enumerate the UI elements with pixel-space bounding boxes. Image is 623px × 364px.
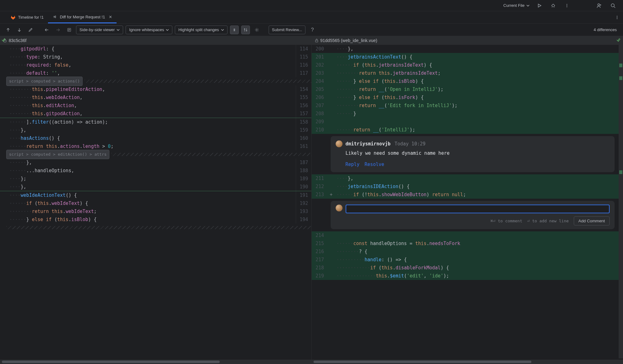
code-line[interactable]: 209 <box>312 118 619 126</box>
code-line[interactable]: 211····}, <box>312 174 619 182</box>
submit-review-label: Submit Review... <box>272 27 302 32</box>
fold-row[interactable]: script > computed > actions() <box>0 77 311 85</box>
code-line[interactable]: ······...handleOptions,188 <box>0 167 311 175</box>
nav-back-button[interactable] <box>42 26 51 34</box>
more-menu[interactable] <box>563 2 571 9</box>
code-line[interactable]: 200····}, <box>312 45 619 53</box>
code-text: ········this.editAction, <box>8 102 296 110</box>
code-text: ······].filter((action) => action); <box>8 118 296 126</box>
run-button[interactable] <box>536 2 543 9</box>
code-line[interactable]: ········return this.webIdeText;193 <box>0 207 311 215</box>
tab-overflow-menu[interactable] <box>615 15 619 20</box>
code-line[interactable]: ······type: String,115 <box>0 53 311 61</box>
tab-diff[interactable]: Diff for Merge Request !1 ✕ <box>48 11 117 23</box>
code-line[interactable]: ····webIdeActionText() {191 <box>0 191 311 199</box>
code-line[interactable]: 213+······if (!this.showWebIdeButton) re… <box>312 191 619 199</box>
code-line[interactable]: ········this.editAction,156 <box>0 102 311 110</box>
code-line[interactable]: ········this.webIdeAction,155 <box>0 93 311 102</box>
fold-row[interactable] <box>0 224 311 232</box>
code-text: ····}, <box>335 45 619 53</box>
code-line[interactable]: 215······const handleOptions = this.need… <box>312 239 619 248</box>
add-comment-gutter[interactable]: + <box>329 191 334 199</box>
code-line[interactable]: ········this.gitpodAction,157 <box>0 110 311 118</box>
code-text: ····hasActions() { <box>8 134 296 142</box>
collapse-unchanged-button[interactable] <box>230 26 239 34</box>
code-line[interactable]: 201····jetbrainsActionText() { <box>312 53 619 61</box>
code-line[interactable]: ······].filter((action) => action);158 <box>0 118 311 126</box>
add-comment-button[interactable]: Add Comment <box>574 216 610 225</box>
reply-button[interactable]: Reply <box>346 160 360 168</box>
svg-point-10 <box>256 29 257 31</box>
code-line[interactable]: 207········return __('Edit fork in Intel… <box>312 102 619 110</box>
code-line[interactable]: ····},190 <box>0 183 311 191</box>
code-line[interactable]: ········this.pipelineEditorAction,154 <box>0 85 311 93</box>
scrollbar-thumb[interactable] <box>314 361 532 363</box>
resolve-button[interactable]: Resolve <box>365 160 384 168</box>
code-line[interactable]: 205········return __('Open in IntelliJ')… <box>312 85 619 93</box>
help-button[interactable]: ? <box>308 26 317 34</box>
code-line[interactable]: ····},159 <box>0 126 311 134</box>
tab-timeline[interactable]: Timeline for !1 <box>6 11 48 23</box>
submit-review-button[interactable]: Submit Review... <box>269 26 306 34</box>
sync-scroll-button[interactable] <box>241 26 250 34</box>
close-icon[interactable]: ✕ <box>109 15 112 19</box>
fold-breadcrumb: script > computed > actions() <box>6 77 83 86</box>
code-line[interactable]: ······if (this.webIdeText) {192 <box>0 199 311 207</box>
h-scrollbar[interactable] <box>0 360 311 364</box>
code-text: ····jetbrainsActionText() { <box>335 53 619 61</box>
h-scrollbar[interactable] <box>312 360 623 364</box>
code-line[interactable]: ····};189 <box>0 175 311 183</box>
code-line[interactable]: ······},187 <box>0 158 311 167</box>
code-line[interactable]: 217··········handle: () => { <box>312 256 619 264</box>
code-line[interactable]: 210······return __('IntelliJ'); <box>312 126 619 134</box>
right-code-area[interactable]: 200····}, 201····jetbrainsActionText() {… <box>312 45 623 360</box>
code-line[interactable]: ······} else if (this.isBlob) {194 <box>0 215 311 224</box>
next-diff-button[interactable] <box>15 26 24 34</box>
code-line[interactable]: ······default: '',117 <box>0 69 311 77</box>
changes-list-button[interactable] <box>65 26 74 34</box>
code-line[interactable]: 206······} else if (this.isFork) { <box>312 93 619 102</box>
code-line[interactable]: ····hasActions() {160 <box>0 134 311 142</box>
viewer-mode-dropdown[interactable]: Side-by-side viewer <box>76 26 123 34</box>
search-button[interactable] <box>609 2 617 9</box>
code-text: ····}, <box>8 126 296 134</box>
prev-diff-button[interactable] <box>4 26 12 34</box>
line-number: 191 <box>296 191 311 199</box>
line-number: 202 <box>312 61 327 69</box>
left-code-area[interactable]: ····gitpodUrl: {114 ······type: String,1… <box>0 45 311 360</box>
diff-settings-button[interactable] <box>252 26 261 34</box>
line-number: 157 <box>296 110 311 118</box>
nav-forward-button[interactable] <box>54 26 62 34</box>
code-line[interactable]: ····gitpodUrl: {114 <box>0 45 311 53</box>
highlight-label: Highlight split changes <box>178 27 219 32</box>
fold-row[interactable]: script > computed > editAction() > attrs <box>0 150 311 158</box>
code-line[interactable]: 219··············this.$emit('edit', 'ide… <box>312 272 619 280</box>
code-line[interactable]: 214 <box>312 231 619 239</box>
code-line[interactable]: 218············if (this.disableForkModal… <box>312 264 619 272</box>
code-text: ········this.webIdeAction, <box>8 93 296 102</box>
debug-button[interactable] <box>549 2 557 9</box>
whitespace-dropdown[interactable]: Ignore whitespaces <box>126 26 172 34</box>
line-number: 194 <box>296 215 311 224</box>
code-line[interactable]: 204······} else if (this.isBlob) { <box>312 77 619 85</box>
code-line[interactable]: 216········? { <box>312 248 619 256</box>
arrow-right-icon <box>56 28 60 32</box>
highlight-dropdown[interactable]: Highlight split changes <box>175 26 227 34</box>
pencil-icon <box>28 28 33 32</box>
code-line[interactable]: 212····jetbrainsIDEAction() { <box>312 182 619 191</box>
code-line[interactable]: ······required: false,116 <box>0 61 311 69</box>
code-line[interactable]: 202······if (this.jetbrainsIdeText) { <box>312 61 619 69</box>
code-line[interactable]: 203········return this.jetbrainsIdeText; <box>312 69 619 77</box>
code-text: ······if (this.jetbrainsIdeText) { <box>335 61 619 69</box>
new-ui-button[interactable] <box>596 2 603 9</box>
line-number: 211 <box>312 174 327 182</box>
comment-input[interactable] <box>346 205 610 213</box>
code-text: ········return this.jetbrainsIdeText; <box>335 69 619 77</box>
code-line[interactable]: 208······} <box>312 110 619 118</box>
viewer-mode-label: Side-by-side viewer <box>79 27 115 32</box>
run-scope-dropdown[interactable]: Current File <box>503 3 530 8</box>
code-line[interactable]: ······return this.actions.length > 0;161 <box>0 142 311 150</box>
edit-source-button[interactable] <box>26 26 35 34</box>
line-number: 205 <box>312 85 327 93</box>
scrollbar-thumb[interactable] <box>2 361 220 363</box>
